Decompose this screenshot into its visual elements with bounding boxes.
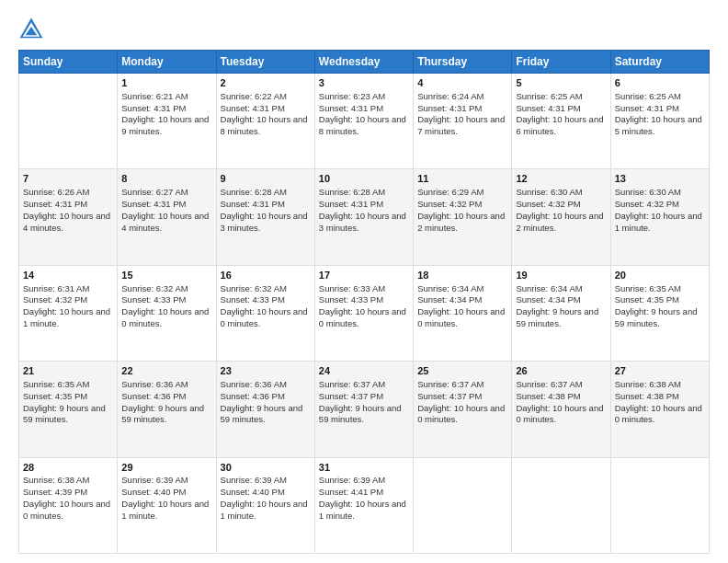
day-number: 3: [319, 76, 409, 90]
daylight-text: Daylight: 10 hours and 2 minutes.: [516, 211, 606, 235]
sunset-text: Sunset: 4:32 PM: [417, 199, 507, 211]
calendar-cell: 6Sunrise: 6:25 AMSunset: 4:31 PMDaylight…: [610, 74, 709, 169]
sunset-text: Sunset: 4:31 PM: [417, 103, 507, 115]
sunrise-text: Sunrise: 6:24 AM: [417, 91, 507, 103]
day-number: 6: [615, 76, 705, 90]
sunrise-text: Sunrise: 6:23 AM: [319, 91, 409, 103]
day-number: 5: [516, 76, 606, 90]
day-number: 13: [615, 172, 705, 186]
daylight-text: Daylight: 10 hours and 5 minutes.: [615, 114, 705, 138]
sunset-text: Sunset: 4:32 PM: [615, 199, 705, 211]
day-number: 21: [23, 364, 113, 378]
day-number: 29: [121, 461, 211, 475]
sunset-text: Sunset: 4:35 PM: [23, 391, 113, 403]
daylight-text: Daylight: 10 hours and 1 minute.: [319, 499, 409, 523]
logo: [18, 17, 46, 42]
daylight-text: Daylight: 10 hours and 6 minutes.: [516, 114, 606, 138]
sunrise-text: Sunrise: 6:28 AM: [221, 187, 311, 199]
weekday-header-friday: Friday: [512, 51, 610, 74]
daylight-text: Daylight: 10 hours and 0 minutes.: [516, 403, 606, 427]
calendar-cell: 2Sunrise: 6:22 AMSunset: 4:31 PMDaylight…: [216, 74, 314, 169]
sunset-text: Sunset: 4:34 PM: [516, 294, 606, 306]
sunset-text: Sunset: 4:36 PM: [221, 391, 311, 403]
day-number: 10: [319, 172, 409, 186]
day-number: 23: [221, 364, 311, 378]
sunrise-text: Sunrise: 6:27 AM: [121, 187, 211, 199]
sunset-text: Sunset: 4:32 PM: [23, 294, 113, 306]
daylight-text: Daylight: 10 hours and 7 minutes.: [417, 114, 507, 138]
calendar-cell: 20Sunrise: 6:35 AMSunset: 4:35 PMDayligh…: [610, 265, 709, 361]
sunset-text: Sunset: 4:38 PM: [516, 391, 606, 403]
sunrise-text: Sunrise: 6:31 AM: [23, 283, 113, 295]
sunset-text: Sunset: 4:31 PM: [615, 103, 705, 115]
calendar-cell: 18Sunrise: 6:34 AMSunset: 4:34 PMDayligh…: [414, 265, 512, 361]
daylight-text: Daylight: 9 hours and 59 minutes.: [615, 306, 705, 330]
weekday-header-monday: Monday: [118, 51, 216, 74]
header: [18, 17, 710, 42]
daylight-text: Daylight: 10 hours and 8 minutes.: [221, 114, 311, 138]
calendar-cell: 7Sunrise: 6:26 AMSunset: 4:31 PMDaylight…: [19, 169, 118, 265]
day-number: 22: [121, 364, 211, 378]
logo-icon: [18, 17, 44, 42]
sunrise-text: Sunrise: 6:36 AM: [221, 379, 311, 391]
sunset-text: Sunset: 4:37 PM: [417, 391, 507, 403]
daylight-text: Daylight: 10 hours and 4 minutes.: [23, 211, 113, 235]
calendar-week-2: 7Sunrise: 6:26 AMSunset: 4:31 PMDaylight…: [19, 169, 710, 265]
day-number: 11: [417, 172, 507, 186]
daylight-text: Daylight: 10 hours and 1 minute.: [221, 499, 311, 523]
daylight-text: Daylight: 10 hours and 3 minutes.: [221, 211, 311, 235]
sunrise-text: Sunrise: 6:32 AM: [221, 283, 311, 295]
day-number: 20: [615, 269, 705, 282]
sunrise-text: Sunrise: 6:28 AM: [319, 187, 409, 199]
day-number: 18: [417, 269, 507, 282]
sunset-text: Sunset: 4:31 PM: [221, 103, 311, 115]
day-number: 19: [516, 269, 606, 282]
day-number: 12: [516, 172, 606, 186]
sunrise-text: Sunrise: 6:37 AM: [417, 379, 507, 391]
sunset-text: Sunset: 4:40 PM: [121, 487, 211, 499]
calendar-cell: 29Sunrise: 6:39 AMSunset: 4:40 PMDayligh…: [118, 457, 216, 553]
calendar-cell: 23Sunrise: 6:36 AMSunset: 4:36 PMDayligh…: [216, 362, 314, 457]
daylight-text: Daylight: 10 hours and 1 minute.: [23, 306, 113, 330]
daylight-text: Daylight: 10 hours and 0 minutes.: [319, 306, 409, 330]
sunrise-text: Sunrise: 6:21 AM: [121, 91, 211, 103]
calendar-cell: 27Sunrise: 6:38 AMSunset: 4:38 PMDayligh…: [610, 362, 709, 457]
weekday-header-tuesday: Tuesday: [216, 51, 314, 74]
sunset-text: Sunset: 4:31 PM: [23, 199, 113, 211]
sunrise-text: Sunrise: 6:30 AM: [516, 187, 606, 199]
calendar-week-3: 14Sunrise: 6:31 AMSunset: 4:32 PMDayligh…: [19, 265, 710, 361]
calendar-cell: 17Sunrise: 6:33 AMSunset: 4:33 PMDayligh…: [314, 265, 413, 361]
calendar-cell: 13Sunrise: 6:30 AMSunset: 4:32 PMDayligh…: [610, 169, 709, 265]
calendar-cell: 25Sunrise: 6:37 AMSunset: 4:37 PMDayligh…: [414, 362, 512, 457]
sunrise-text: Sunrise: 6:37 AM: [319, 379, 409, 391]
day-number: 4: [417, 76, 507, 90]
calendar-cell: 8Sunrise: 6:27 AMSunset: 4:31 PMDaylight…: [118, 169, 216, 265]
calendar-cell: 11Sunrise: 6:29 AMSunset: 4:32 PMDayligh…: [414, 169, 512, 265]
weekday-header-wednesday: Wednesday: [314, 51, 413, 74]
day-number: 30: [221, 461, 311, 475]
daylight-text: Daylight: 10 hours and 8 minutes.: [319, 114, 409, 138]
calendar-cell: 14Sunrise: 6:31 AMSunset: 4:32 PMDayligh…: [19, 265, 118, 361]
sunset-text: Sunset: 4:40 PM: [221, 487, 311, 499]
weekday-header-thursday: Thursday: [414, 51, 512, 74]
daylight-text: Daylight: 10 hours and 0 minutes.: [221, 306, 311, 330]
sunset-text: Sunset: 4:31 PM: [221, 199, 311, 211]
calendar-cell: 10Sunrise: 6:28 AMSunset: 4:31 PMDayligh…: [314, 169, 413, 265]
weekday-header-sunday: Sunday: [19, 51, 118, 74]
day-number: 31: [319, 461, 409, 475]
sunset-text: Sunset: 4:31 PM: [516, 103, 606, 115]
sunrise-text: Sunrise: 6:34 AM: [516, 283, 606, 295]
sunrise-text: Sunrise: 6:34 AM: [417, 283, 507, 295]
sunrise-text: Sunrise: 6:26 AM: [23, 187, 113, 199]
daylight-text: Daylight: 10 hours and 3 minutes.: [319, 211, 409, 235]
calendar-week-1: 1Sunrise: 6:21 AMSunset: 4:31 PMDaylight…: [19, 74, 710, 169]
daylight-text: Daylight: 9 hours and 59 minutes.: [121, 403, 211, 427]
day-number: 28: [23, 461, 113, 475]
calendar-cell: 21Sunrise: 6:35 AMSunset: 4:35 PMDayligh…: [19, 362, 118, 457]
calendar-week-5: 28Sunrise: 6:38 AMSunset: 4:39 PMDayligh…: [19, 457, 710, 553]
daylight-text: Daylight: 10 hours and 0 minutes.: [23, 499, 113, 523]
daylight-text: Daylight: 9 hours and 59 minutes.: [516, 306, 606, 330]
sunset-text: Sunset: 4:31 PM: [319, 103, 409, 115]
calendar-cell: 19Sunrise: 6:34 AMSunset: 4:34 PMDayligh…: [512, 265, 610, 361]
sunrise-text: Sunrise: 6:39 AM: [319, 475, 409, 487]
